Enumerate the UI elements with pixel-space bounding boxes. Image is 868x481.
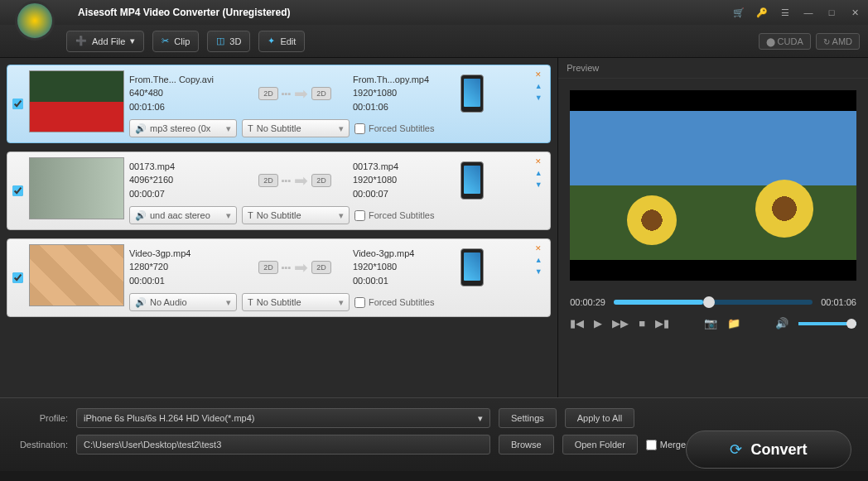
clip-button[interactable]: ✂Clip	[152, 31, 199, 52]
cart-icon[interactable]: 🛒	[732, 6, 745, 19]
audio-dropdown[interactable]: 🔊No Audio▾	[129, 293, 237, 311]
text-icon: T	[248, 297, 253, 307]
destination-label: Destination:	[10, 440, 68, 450]
folder-icon[interactable]: 📁	[727, 317, 740, 329]
speaker-icon: 🔊	[135, 123, 147, 134]
dest-info: Video-3gp.mp41920*108000:00:01	[353, 247, 461, 288]
close-icon[interactable]: ✕	[848, 6, 861, 19]
timeline: 00:00:29 00:01:06	[558, 292, 868, 312]
remove-icon[interactable]: ✕	[533, 70, 543, 80]
forced-subtitles-checkbox[interactable]: Forced Subtitles	[354, 293, 434, 311]
time-total: 00:01:06	[821, 297, 856, 307]
profile-dropdown[interactable]: iPhone 6s Plus/6s H.264 HD Video(*.mp4)▾	[76, 408, 490, 428]
file-checkbox[interactable]	[12, 272, 23, 283]
window-title: Aisesoft MP4 Video Converter (Unregister…	[78, 7, 291, 18]
conversion-arrow: 2D▪▪▪➡2D	[237, 257, 353, 277]
3d-label: 3D	[229, 36, 241, 46]
destination-value: C:\Users\User\Desktop\test2\test3	[84, 440, 221, 450]
subtitle-dropdown[interactable]: TNo Subtitle▾	[242, 119, 350, 137]
conversion-arrow: 2D▪▪▪➡2D	[237, 84, 353, 103]
apply-all-button[interactable]: Apply to All	[565, 408, 634, 428]
file-item[interactable]: From.The... Copy.avi640*48000:01:06 2D▪▪…	[7, 65, 551, 143]
source-info: From.The... Copy.avi640*48000:01:06	[129, 73, 237, 114]
amd-badge: ↻ AMD	[816, 33, 860, 50]
main-area: From.The... Copy.avi640*48000:01:06 2D▪▪…	[0, 58, 868, 397]
convert-button[interactable]: ⟳ Convert	[686, 430, 851, 469]
settings-button[interactable]: Settings	[499, 408, 557, 428]
profile-label: Profile:	[10, 413, 68, 423]
prev-icon[interactable]: ▮◀	[570, 317, 584, 329]
scissors-icon: ✂	[162, 36, 169, 46]
fast-forward-icon[interactable]: ▶▶	[612, 317, 629, 329]
subtitle-dropdown[interactable]: TNo Subtitle▾	[242, 206, 350, 224]
text-icon: T	[248, 210, 253, 220]
speaker-icon: 🔊	[135, 297, 147, 308]
speaker-icon: 🔊	[135, 210, 147, 221]
add-file-label: Add File	[92, 36, 125, 46]
forced-subtitles-checkbox[interactable]: Forced Subtitles	[354, 119, 434, 137]
move-down-icon[interactable]: ▼	[533, 94, 543, 103]
preview-title: Preview	[558, 58, 868, 79]
3d-button[interactable]: ◫3D	[207, 31, 250, 52]
preview-panel: Preview 00:00:29 00:01:06 ▮◀ ▶ ▶▶ ■ ▶▮ 📷…	[557, 58, 868, 397]
profile-value: iPhone 6s Plus/6s H.264 HD Video(*.mp4)	[84, 413, 254, 423]
volume-slider[interactable]	[798, 322, 856, 325]
dest-info: 00173.mp41920*108000:00:07	[353, 160, 461, 201]
move-up-icon[interactable]: ▲	[533, 169, 543, 179]
time-current: 00:00:29	[570, 297, 605, 307]
maximize-icon[interactable]: □	[825, 6, 838, 19]
move-down-icon[interactable]: ▼	[533, 180, 543, 190]
remove-icon[interactable]: ✕	[533, 244, 543, 254]
remove-icon[interactable]: ✕	[533, 157, 543, 167]
refresh-icon: ⟳	[730, 440, 742, 459]
move-down-icon[interactable]: ▼	[533, 267, 543, 277]
audio-dropdown[interactable]: 🔊mp3 stereo (0x▾	[129, 119, 237, 137]
source-info: Video-3gp.mp41280*72000:00:01	[129, 247, 237, 288]
play-icon[interactable]: ▶	[594, 317, 602, 329]
browse-button[interactable]: Browse	[499, 435, 554, 455]
device-icon	[461, 75, 484, 113]
move-up-icon[interactable]: ▲	[533, 82, 543, 92]
conversion-arrow: 2D▪▪▪➡2D	[237, 171, 353, 190]
file-item[interactable]: 00173.mp44096*216000:00:07 2D▪▪▪➡2D 0017…	[7, 152, 551, 230]
3d-icon: ◫	[216, 36, 224, 46]
audio-dropdown[interactable]: 🔊und aac stereo▾	[129, 206, 237, 224]
source-info: 00173.mp44096*216000:00:07	[129, 160, 237, 201]
file-checkbox[interactable]	[12, 99, 23, 109]
device-icon	[461, 248, 484, 286]
device-icon	[461, 161, 484, 200]
menu-icon[interactable]: ☰	[779, 6, 792, 19]
bottom-panel: Profile: iPhone 6s Plus/6s H.264 HD Vide…	[0, 397, 868, 471]
key-icon[interactable]: 🔑	[755, 6, 769, 19]
toolbar: ➕Add File▾ ✂Clip ◫3D ✦Edit ⬤ CUDA ↻ AMD	[0, 25, 868, 58]
volume-icon[interactable]: 🔊	[775, 317, 788, 329]
edit-button[interactable]: ✦Edit	[258, 31, 305, 52]
file-thumbnail	[29, 70, 124, 132]
minimize-icon[interactable]: —	[802, 6, 815, 19]
destination-field[interactable]: C:\Users\User\Desktop\test2\test3	[76, 435, 490, 455]
file-checkbox[interactable]	[12, 185, 23, 196]
wand-icon: ✦	[268, 36, 275, 46]
text-icon: T	[248, 123, 253, 133]
forced-subtitles-checkbox[interactable]: Forced Subtitles	[354, 206, 434, 224]
player-controls: ▮◀ ▶ ▶▶ ■ ▶▮ 📷 📁 🔊	[558, 312, 868, 334]
cuda-badge: ⬤ CUDA	[759, 33, 811, 50]
clip-label: Clip	[174, 36, 190, 46]
move-up-icon[interactable]: ▲	[533, 256, 543, 266]
open-folder-button[interactable]: Open Folder	[562, 435, 638, 455]
chevron-down-icon: ▾	[478, 413, 483, 424]
dropdown-caret-icon: ▾	[130, 36, 135, 46]
dest-info: From.Th...opy.mp41920*108000:01:06	[353, 73, 461, 114]
preview-frame	[570, 111, 856, 260]
preview-video[interactable]	[570, 90, 856, 281]
seek-slider[interactable]	[614, 300, 813, 305]
snapshot-icon[interactable]: 📷	[704, 317, 717, 329]
stop-icon[interactable]: ■	[639, 317, 645, 329]
file-item[interactable]: Video-3gp.mp41280*72000:00:01 2D▪▪▪➡2D V…	[7, 238, 551, 317]
next-icon[interactable]: ▶▮	[655, 317, 669, 329]
file-thumbnail	[29, 244, 124, 306]
file-list-panel: From.The... Copy.avi640*48000:01:06 2D▪▪…	[0, 58, 557, 397]
edit-label: Edit	[280, 36, 296, 46]
subtitle-dropdown[interactable]: TNo Subtitle▾	[242, 293, 350, 311]
add-file-button[interactable]: ➕Add File▾	[66, 31, 144, 52]
